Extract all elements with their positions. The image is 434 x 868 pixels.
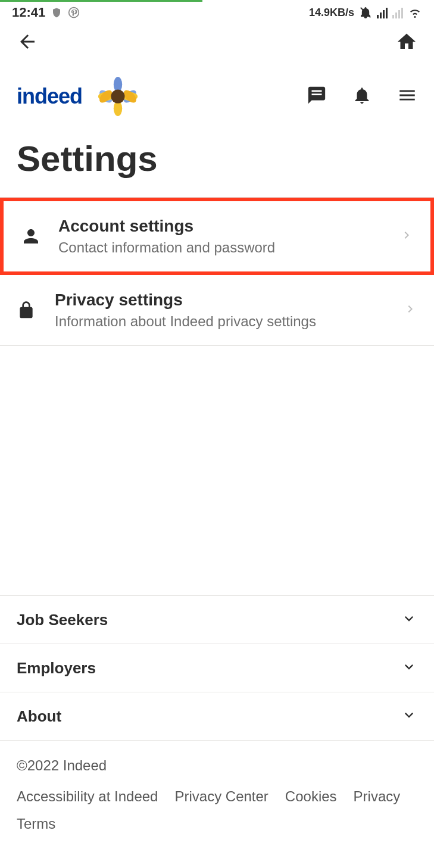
settings-item-title: Account settings bbox=[58, 217, 399, 236]
accordion-label: Employers bbox=[17, 659, 96, 677]
progress-indicator bbox=[0, 0, 202, 2]
sunflower-icon bbox=[96, 75, 139, 118]
indeed-logo[interactable]: indeed bbox=[17, 84, 82, 109]
menu-icon[interactable] bbox=[397, 85, 417, 108]
status-time: 12:41 bbox=[12, 5, 45, 20]
signal-strength-secondary-icon bbox=[392, 7, 403, 18]
status-bar: 12:41 14.9KB/s bbox=[0, 0, 434, 25]
chevron-down-icon bbox=[401, 707, 417, 726]
app-header: indeed bbox=[0, 67, 434, 126]
footer-link-accessibility[interactable]: Accessibility at Indeed bbox=[17, 788, 158, 805]
nav-bar bbox=[0, 25, 434, 61]
lock-icon bbox=[17, 301, 40, 320]
footer-link-cookies[interactable]: Cookies bbox=[285, 788, 337, 805]
footer-accordion-about[interactable]: About bbox=[0, 692, 434, 741]
footer-link-privacy-center[interactable]: Privacy Center bbox=[174, 788, 268, 805]
person-icon bbox=[20, 226, 44, 247]
signal-strength-icon bbox=[377, 7, 388, 18]
home-button[interactable] bbox=[396, 31, 417, 55]
chevron-right-icon bbox=[399, 228, 414, 245]
wifi-icon bbox=[408, 5, 422, 20]
notifications-icon[interactable] bbox=[352, 85, 372, 108]
chevron-right-icon bbox=[403, 302, 417, 319]
svg-point-10 bbox=[111, 89, 124, 103]
footer-link-terms[interactable]: Terms bbox=[17, 816, 55, 832]
settings-list: Account settings Contact information and… bbox=[0, 197, 434, 346]
pinterest-icon bbox=[68, 7, 80, 18]
accordion-label: Job Seekers bbox=[17, 611, 108, 629]
svg-point-0 bbox=[69, 8, 79, 18]
settings-item-subtitle: Information about Indeed privacy setting… bbox=[55, 313, 403, 330]
footer-accordion-job-seekers[interactable]: Job Seekers bbox=[0, 596, 434, 644]
page-title: Settings bbox=[0, 126, 434, 197]
footer-accordion-employers[interactable]: Employers bbox=[0, 644, 434, 692]
settings-item-title: Privacy settings bbox=[55, 291, 403, 310]
copyright-text: ©2022 Indeed bbox=[17, 757, 417, 774]
settings-item-account[interactable]: Account settings Contact information and… bbox=[0, 198, 434, 275]
shield-icon bbox=[51, 7, 62, 18]
chevron-down-icon bbox=[401, 610, 417, 629]
back-button[interactable] bbox=[17, 31, 38, 55]
messages-icon[interactable] bbox=[307, 85, 327, 108]
data-rate: 14.9KB/s bbox=[309, 7, 354, 19]
settings-item-privacy[interactable]: Privacy settings Information about Indee… bbox=[0, 275, 434, 346]
footer: Job Seekers Employers About ©2022 Indeed… bbox=[0, 595, 434, 868]
settings-item-subtitle: Contact information and password bbox=[58, 239, 399, 256]
bell-muted-icon bbox=[359, 6, 372, 19]
footer-link-privacy[interactable]: Privacy bbox=[354, 788, 401, 805]
chevron-down-icon bbox=[401, 658, 417, 677]
accordion-label: About bbox=[17, 707, 61, 726]
